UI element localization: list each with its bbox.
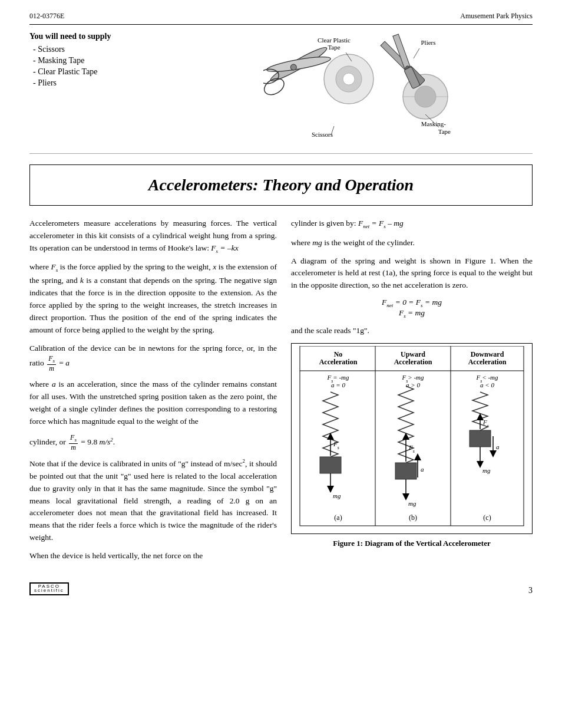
pasco-logo: PASCO scientific bbox=[29, 582, 69, 595]
svg-text:Acceleration: Acceleration bbox=[468, 358, 507, 366]
figure-caption: Figure 1: Diagram of the Vertical Accele… bbox=[291, 539, 533, 548]
footer-bar: PASCO scientific 3 bbox=[29, 582, 533, 595]
paragraph-1: Accelerometers measure accelerations by … bbox=[29, 218, 277, 255]
header-right: Amusement Park Physics bbox=[460, 12, 533, 21]
formula-block-1: Fnet = 0 = Fs = mg Fs = mg bbox=[291, 298, 533, 318]
svg-rect-42 bbox=[320, 457, 341, 473]
svg-text:Tape: Tape bbox=[438, 128, 451, 135]
paragraph-7: When the device is held vertically, the … bbox=[29, 550, 277, 562]
right-column: cylinder is given by: Fnet = Fs – mg whe… bbox=[291, 218, 533, 568]
svg-text:(a): (a) bbox=[334, 513, 342, 522]
svg-line-24 bbox=[414, 48, 419, 58]
left-column: Accelerometers measure accelerations by … bbox=[29, 218, 277, 568]
header-bar: 012-03776E Amusement Park Physics bbox=[29, 12, 533, 25]
svg-rect-54 bbox=[470, 430, 491, 447]
svg-text:(b): (b) bbox=[409, 513, 417, 522]
right-paragraph-1: cylinder is given by: Fnet = Fs – mg bbox=[291, 218, 533, 231]
svg-text:Fs: Fs bbox=[482, 419, 489, 429]
list-item: - Pliers bbox=[33, 78, 194, 88]
paragraph-6: Note that if the device is calibrated in… bbox=[29, 457, 277, 544]
svg-text:Acceleration: Acceleration bbox=[394, 358, 432, 366]
supplies-list: - Scissors - Masking Tape - Clear Plasti… bbox=[29, 45, 194, 88]
svg-text:Clear Plastic: Clear Plastic bbox=[318, 37, 351, 44]
svg-text:Fs: Fs bbox=[408, 444, 415, 454]
page-title: Accelerometers: Theory and Operation bbox=[36, 176, 526, 195]
svg-rect-47 bbox=[395, 463, 416, 479]
page-number: 3 bbox=[528, 586, 533, 595]
header-left: 012-03776E bbox=[29, 12, 64, 21]
supplies-heading: You will need to supply bbox=[29, 32, 194, 41]
svg-text:No: No bbox=[334, 350, 343, 358]
svg-point-13 bbox=[343, 73, 355, 85]
illustration-column: Clear Plastic Tape Pliers Scissors Maski… bbox=[194, 32, 533, 144]
svg-text:Pliers: Pliers bbox=[421, 39, 435, 46]
list-item: - Clear Plastic Tape bbox=[33, 67, 194, 77]
page: 012-03776E Amusement Park Physics You wi… bbox=[0, 0, 562, 728]
paragraph-4: where a is an acceleration, since the ma… bbox=[29, 378, 277, 428]
accelerometer-diagram: No Acceleration Upward Acceleration Down… bbox=[291, 343, 533, 534]
svg-text:Downward: Downward bbox=[471, 350, 504, 358]
svg-text:Tape: Tape bbox=[328, 44, 340, 51]
svg-point-7 bbox=[266, 54, 331, 75]
right-paragraph-2: where mg is the weight of the cylinder. bbox=[291, 237, 533, 249]
svg-point-9 bbox=[263, 75, 287, 98]
main-content: Accelerometers measure accelerations by … bbox=[29, 218, 533, 568]
supplies-column: You will need to supply - Scissors - Mas… bbox=[29, 32, 194, 144]
list-item: - Scissors bbox=[33, 45, 194, 54]
svg-text:a < 0: a < 0 bbox=[480, 381, 494, 388]
svg-text:mg: mg bbox=[408, 500, 416, 507]
svg-text:mg: mg bbox=[482, 467, 491, 474]
top-section: You will need to supply - Scissors - Mas… bbox=[29, 32, 533, 154]
svg-text:Masking-: Masking- bbox=[421, 120, 447, 127]
svg-text:Scissors: Scissors bbox=[312, 131, 333, 138]
svg-text:a = 0: a = 0 bbox=[331, 381, 345, 388]
svg-text:mg: mg bbox=[333, 492, 341, 499]
paragraph-3: Calibration of the device can be in newt… bbox=[29, 342, 277, 373]
svg-text:Acceleration: Acceleration bbox=[319, 358, 358, 366]
logo-sub: scientific bbox=[34, 588, 64, 593]
list-item: - Masking Tape bbox=[33, 56, 194, 65]
svg-text:Upward: Upward bbox=[401, 350, 425, 358]
right-paragraph-3: A diagram of the spring and weight is sh… bbox=[291, 255, 533, 292]
svg-text:a: a bbox=[496, 443, 500, 450]
svg-text:(c): (c) bbox=[483, 513, 491, 522]
reads-text: and the scale reads "1g". bbox=[291, 325, 533, 337]
paragraph-2: where Fs is the force applied by the spr… bbox=[29, 261, 277, 336]
svg-text:a: a bbox=[421, 466, 424, 473]
paragraph-5: cylinder, or Fsm = 9.8 m/s2. bbox=[29, 434, 277, 452]
title-box: Accelerometers: Theory and Operation bbox=[29, 164, 533, 206]
tools-illustration: Clear Plastic Tape Pliers Scissors Maski… bbox=[263, 32, 464, 144]
svg-point-15 bbox=[415, 86, 436, 107]
